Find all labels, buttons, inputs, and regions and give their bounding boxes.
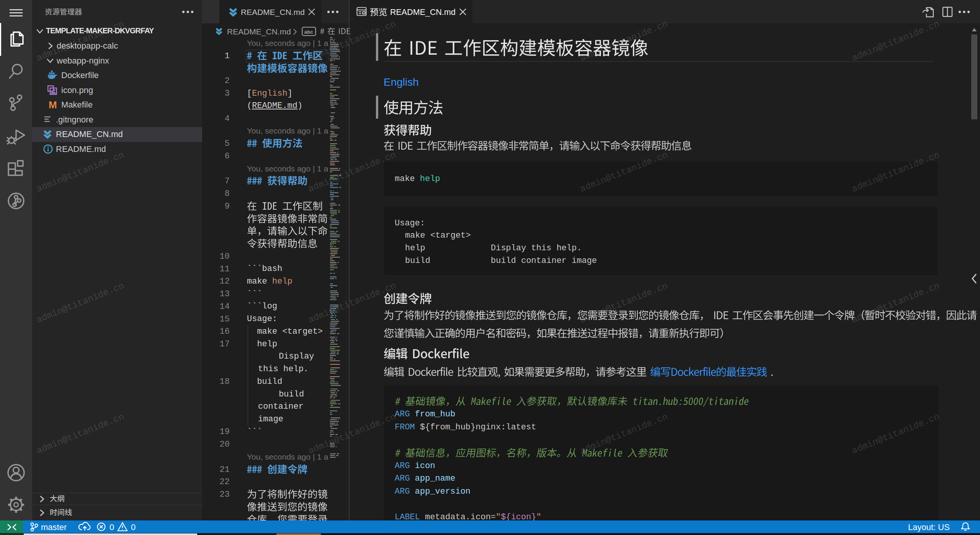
svg-text:abc: abc [304, 29, 314, 35]
